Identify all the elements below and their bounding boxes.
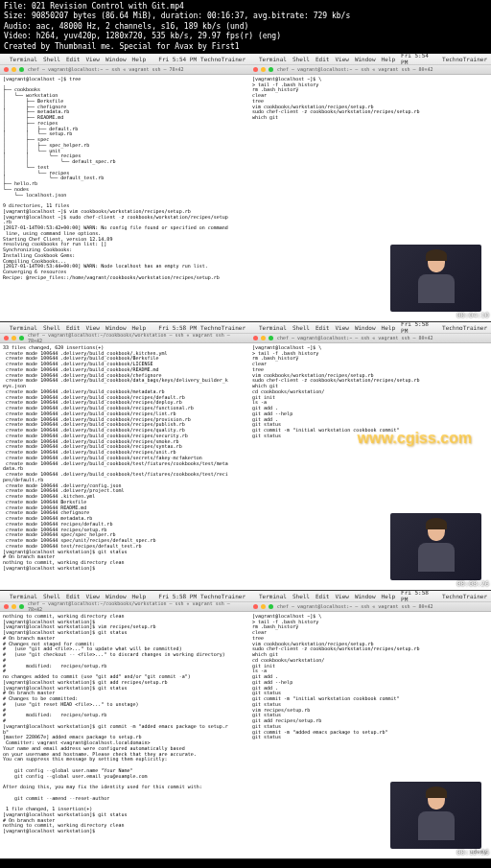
menu-edit[interactable]: Edit (66, 324, 80, 331)
menu-help[interactable]: Help (382, 56, 395, 62)
menu-app[interactable]: Terminal (10, 324, 37, 331)
file-size: Size: 90850207 bytes (86.64 MiB), durati… (4, 12, 487, 21)
close-icon[interactable] (253, 336, 258, 340)
menu-edit[interactable]: Edit (316, 56, 329, 62)
menubar-user: TechnoTrainer (200, 324, 246, 331)
traffic-lights (4, 67, 24, 72)
menu-window[interactable]: Window (355, 324, 376, 331)
menu-view[interactable]: View (335, 324, 348, 331)
window-title: chef — vagrant@localhost:~ — ssh « vagra… (28, 66, 184, 72)
close-icon[interactable] (4, 604, 9, 609)
menu-shell[interactable]: Shell (43, 56, 60, 62)
zoom-icon[interactable] (19, 67, 24, 72)
close-icon[interactable] (4, 67, 9, 72)
minimize-icon[interactable] (261, 67, 266, 72)
zoom-icon[interactable] (269, 336, 273, 340)
video-frame-2: Terminal Shell Edit View Window Help Fri… (0, 322, 491, 591)
udemy-logo: udemy (470, 848, 487, 855)
menu-window[interactable]: Window (105, 324, 127, 331)
video-frame-1: Terminal Shell Edit View Window Help Fri… (0, 54, 491, 322)
menu-window[interactable]: Window (355, 593, 376, 599)
terminal-output-left[interactable]: 33 files changed, 620 insertions(+) crea… (0, 343, 249, 590)
menu-help[interactable]: Help (382, 324, 395, 331)
webcam-overlay (390, 513, 481, 580)
menu-shell[interactable]: Shell (43, 324, 60, 331)
menubar-user: TechnoTrainer (200, 593, 246, 599)
terminal-output-left[interactable]: [vagrant@localhost ~]$ tree . ├── cookbo… (0, 75, 249, 321)
terminal-output-left[interactable]: nothing to commit, working directory cle… (0, 612, 249, 858)
menu-view[interactable]: View (85, 56, 99, 62)
menu-view[interactable]: View (335, 593, 348, 599)
menubar-user: TechnoTrainer (200, 56, 246, 62)
menu-app[interactable]: Terminal (259, 56, 287, 62)
zoom-icon[interactable] (19, 336, 24, 340)
traffic-lights (253, 604, 273, 609)
window-titlebar-right[interactable]: chef — vagrant@localhost:~ — ssh « vagra… (249, 334, 491, 343)
traffic-lights (253, 336, 273, 340)
menu-view[interactable]: View (85, 593, 99, 599)
right-terminal-window: Terminal Shell Edit View Window Help Fri… (249, 54, 491, 321)
left-terminal-window: Terminal Shell Edit View Window Help Fri… (0, 54, 249, 321)
menu-help[interactable]: Help (132, 56, 146, 62)
window-titlebar-left[interactable]: chef — vagrant@localhost:~/cookbooks/wor… (0, 334, 249, 343)
menu-help[interactable]: Help (132, 324, 146, 331)
webcam-overlay (390, 782, 481, 849)
menu-view[interactable]: View (335, 56, 348, 62)
file-name: File: 021 Revision Control with Git.mp4 (4, 2, 487, 12)
clock: Fri 5:58 PM (158, 324, 197, 331)
menu-app[interactable]: Terminal (259, 593, 287, 599)
window-titlebar-left[interactable]: chef — vagrant@localhost:~ — ssh « vagra… (0, 65, 249, 75)
window-titlebar-right[interactable]: chef — vagrant@localhost:~ — ssh « vagra… (249, 602, 491, 612)
window-title: chef — vagrant@localhost:~/cookbooks/wor… (28, 332, 246, 343)
macos-menubar: Terminal Shell Edit View Window Help Fri… (0, 54, 249, 65)
minimize-icon[interactable] (12, 67, 16, 72)
presenter-figure (417, 520, 456, 573)
menu-shell[interactable]: Shell (292, 593, 310, 599)
close-icon[interactable] (4, 336, 9, 340)
close-icon[interactable] (253, 604, 258, 609)
menu-app[interactable]: Terminal (10, 593, 37, 599)
minimize-icon[interactable] (261, 604, 266, 609)
menu-view[interactable]: View (85, 324, 99, 331)
menu-app[interactable]: Terminal (259, 324, 287, 331)
menu-edit[interactable]: Edit (66, 593, 80, 599)
traffic-lights (253, 67, 273, 72)
left-terminal-window: Terminal Shell Edit View Window Help Fri… (0, 322, 249, 590)
menu-edit[interactable]: Edit (316, 593, 329, 599)
minimize-icon[interactable] (261, 336, 266, 340)
macos-menubar: Terminal Shell Edit View Window Help Fri… (249, 322, 491, 334)
video-timestamp: 00:08:26 (456, 580, 489, 588)
menu-window[interactable]: Window (105, 593, 127, 599)
presenter-figure (417, 251, 456, 304)
menu-app[interactable]: Terminal (10, 56, 37, 62)
menubar-user: TechnoTrainer (442, 324, 487, 331)
menu-help[interactable]: Help (382, 593, 395, 599)
menu-edit[interactable]: Edit (66, 56, 80, 62)
menu-help[interactable]: Help (132, 593, 146, 599)
menu-shell[interactable]: Shell (292, 56, 310, 62)
menu-shell[interactable]: Shell (43, 593, 60, 599)
file-audio: Audio: aac, 48000 Hz, 2 channels, s16, 1… (4, 22, 487, 32)
window-title: chef — vagrant@localhost:~/cookbooks/wor… (28, 600, 246, 612)
menubar-user: TechnoTrainer (442, 593, 487, 599)
video-timestamp: 00:04:10 (456, 312, 489, 319)
minimize-icon[interactable] (12, 336, 16, 340)
window-titlebar-right[interactable]: chef — vagrant@localhost:~ — ssh « vagra… (249, 65, 491, 75)
menubar-user: TechnoTrainer (442, 56, 487, 62)
traffic-lights (4, 336, 24, 340)
left-terminal-window: Terminal Shell Edit View Window Help Fri… (0, 591, 249, 858)
zoom-icon[interactable] (269, 604, 273, 609)
menu-window[interactable]: Window (355, 56, 376, 62)
zoom-icon[interactable] (269, 67, 273, 72)
zoom-icon[interactable] (19, 604, 24, 609)
window-titlebar-left[interactable]: chef — vagrant@localhost:~/cookbooks/wor… (0, 602, 249, 612)
right-terminal-window: Terminal Shell Edit View Window Help Fri… (249, 591, 491, 858)
right-terminal-window: Terminal Shell Edit View Window Help Fri… (249, 322, 491, 590)
minimize-icon[interactable] (12, 604, 16, 609)
menu-edit[interactable]: Edit (316, 324, 329, 331)
menu-window[interactable]: Window (105, 56, 127, 62)
close-icon[interactable] (253, 67, 258, 72)
clock: Fri 5:58 PM (401, 320, 438, 334)
macos-menubar: Terminal Shell Edit View Window Help Fri… (249, 591, 491, 602)
menu-shell[interactable]: Shell (292, 324, 310, 331)
